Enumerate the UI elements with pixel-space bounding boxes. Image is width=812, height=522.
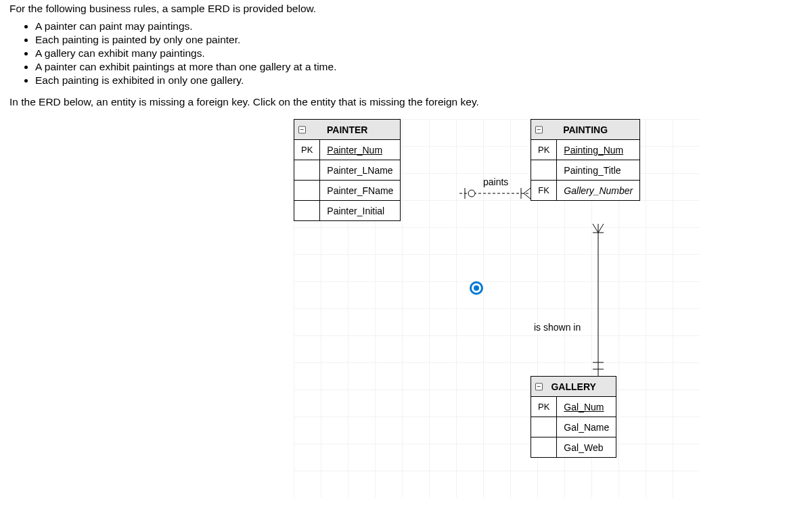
rule-item: A gallery can exhibit many paintings.: [35, 47, 803, 60]
collapse-icon: −: [298, 126, 306, 133]
rule-item: A painter can paint may paintings.: [35, 20, 803, 32]
attr-cell: Gal_Num: [557, 397, 616, 417]
svg-point-2: [468, 190, 475, 197]
attr-cell: Painter_Initial: [320, 201, 401, 221]
attr-cell: Painter_Num: [320, 140, 401, 160]
entity-painting[interactable]: − PAINTING PK Painting_Num Painting_Titl…: [531, 119, 640, 201]
entity-gallery[interactable]: − GALLERY PK Gal_Num Gal_Name Gal_Web: [531, 376, 616, 458]
entity-header: − PAINTER: [294, 120, 401, 140]
target-marker-icon[interactable]: [470, 281, 483, 295]
entity-header: − PAINTING: [531, 120, 640, 140]
collapse-icon: −: [535, 383, 543, 390]
attr-cell: Gal_Name: [557, 417, 616, 437]
key-cell: [294, 160, 320, 181]
key-cell: PK: [531, 397, 557, 417]
key-cell: PK: [531, 140, 557, 160]
attr-cell: Gal_Web: [557, 437, 616, 458]
key-cell: [531, 437, 557, 458]
key-cell: [294, 201, 320, 221]
svg-line-4: [524, 193, 531, 199]
rule-item: Each painting is painted by only one pai…: [35, 34, 803, 46]
collapse-icon: −: [535, 126, 543, 133]
attr-cell: Painting_Title: [557, 160, 640, 181]
attr-cell: Painting_Num: [557, 140, 640, 160]
key-cell: [531, 160, 557, 181]
intro-text: For the following business rules, a samp…: [9, 3, 803, 15]
attr-cell: Gallery_Number: [557, 181, 640, 201]
instruction-text: In the ERD below, an entity is missing a…: [9, 96, 803, 108]
key-cell: [294, 181, 320, 201]
relationship-label-paints: paints: [483, 176, 508, 187]
rule-item: A painter can exhibit paintings at more …: [35, 61, 803, 73]
key-cell: [531, 417, 557, 437]
svg-line-3: [524, 188, 531, 193]
attr-cell: Painter_LName: [320, 160, 401, 181]
erd-diagram: − PAINTER PK Painter_Num Painter_LName P…: [294, 119, 700, 498]
relationship-label-shown: is shown in: [534, 322, 581, 333]
entity-header: − GALLERY: [531, 377, 616, 397]
svg-line-9: [598, 224, 604, 233]
key-cell: PK: [294, 140, 320, 160]
entity-painter[interactable]: − PAINTER PK Painter_Num Painter_LName P…: [294, 119, 401, 221]
rule-item: Each painting is exhibited in only one g…: [35, 74, 803, 87]
key-cell: FK: [531, 181, 557, 201]
attr-cell: Painter_FName: [320, 181, 401, 201]
svg-line-8: [593, 224, 598, 233]
business-rules-list: A painter can paint may paintings. Each …: [35, 20, 803, 87]
